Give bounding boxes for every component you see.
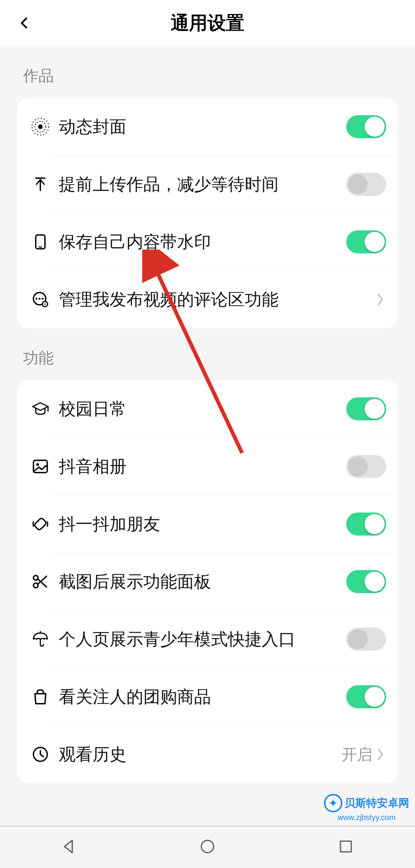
- svg-point-11: [37, 463, 39, 466]
- page-title: 通用设置: [171, 11, 244, 35]
- upload-icon: [31, 175, 50, 193]
- watermark: ✦ 贝斯特安卓网 www.zjbstyy.com: [324, 794, 409, 822]
- svg-rect-18: [340, 841, 351, 852]
- row-group-buy[interactable]: 看关注人的团购商品: [17, 668, 398, 726]
- row-label: 动态封面: [52, 116, 346, 137]
- toggle-preupload[interactable]: [346, 173, 386, 196]
- svg-point-17: [201, 840, 214, 853]
- svg-point-6: [39, 298, 41, 300]
- row-dynamic-cover[interactable]: 动态封面: [17, 98, 398, 155]
- section-label-features: 功能: [0, 328, 415, 380]
- comment-settings-icon: [31, 290, 50, 309]
- graduation-cap-icon: [31, 400, 50, 418]
- umbrella-icon: [31, 630, 50, 648]
- toggle-campus[interactable]: [346, 397, 386, 420]
- row-watch-history[interactable]: 观看历史 开启: [17, 726, 398, 783]
- watermark-logo-icon: ✦: [324, 794, 342, 812]
- row-label: 抖一抖加朋友: [52, 513, 346, 535]
- toggle-group-buy[interactable]: [346, 685, 386, 708]
- toggle-shake[interactable]: [346, 513, 386, 536]
- card-works: 动态封面 提前上传作品，减少等待时间 保存自己内容带水印 管理我发布视频的评论区…: [17, 98, 398, 328]
- back-icon: [18, 16, 32, 30]
- svg-point-9: [44, 303, 46, 305]
- row-label: 截图后展示功能面板: [52, 570, 346, 592]
- row-campus[interactable]: 校园日常: [17, 380, 398, 438]
- row-preupload[interactable]: 提前上传作品，减少等待时间: [17, 155, 398, 213]
- back-button[interactable]: [15, 14, 34, 32]
- row-label: 保存自己内容带水印: [52, 231, 346, 253]
- row-watermark[interactable]: 保存自己内容带水印: [17, 213, 398, 271]
- row-label: 抖音相册: [52, 455, 346, 477]
- svg-point-5: [36, 298, 38, 300]
- svg-point-0: [38, 124, 43, 129]
- svg-point-7: [42, 298, 44, 300]
- chevron-right-icon: [377, 292, 386, 307]
- row-album[interactable]: 抖音相册: [17, 438, 398, 495]
- row-shake[interactable]: 抖一抖加朋友: [17, 495, 398, 553]
- image-icon: [31, 457, 50, 476]
- toggle-screenshot[interactable]: [346, 570, 386, 593]
- nav-recent-button[interactable]: [337, 838, 354, 856]
- shake-icon: [31, 515, 50, 533]
- toggle-watermark[interactable]: [346, 230, 386, 253]
- row-label: 管理我发布视频的评论区功能: [52, 288, 372, 310]
- toggle-album[interactable]: [346, 455, 386, 478]
- row-screenshot-panel[interactable]: 截图后展示功能面板: [17, 553, 398, 610]
- toggle-teen-mode[interactable]: [346, 628, 386, 651]
- row-value: 开启: [342, 744, 372, 765]
- row-label: 看关注人的团购商品: [52, 686, 346, 708]
- watermark-name: 贝斯特安卓网: [345, 796, 409, 810]
- svg-rect-3: [36, 235, 45, 249]
- phone-icon: [31, 233, 50, 251]
- toggle-dynamic-cover[interactable]: [346, 115, 386, 138]
- clock-icon: [31, 745, 50, 764]
- row-teen-mode[interactable]: 个人页展示青少年模式快捷入口: [17, 610, 398, 668]
- svg-rect-12: [34, 517, 47, 531]
- row-comment-management[interactable]: 管理我发布视频的评论区功能: [17, 271, 398, 328]
- header: 通用设置: [0, 0, 415, 46]
- nav-home-button[interactable]: [199, 838, 216, 856]
- row-label: 个人页展示青少年模式快捷入口: [52, 628, 346, 650]
- section-label-works: 作品: [0, 46, 415, 98]
- row-label: 提前上传作品，减少等待时间: [52, 173, 346, 195]
- scissors-icon: [31, 572, 50, 591]
- card-features: 校园日常 抖音相册 抖一抖加朋友 截图后展示功能面板 个人页展示青少年模式快捷入…: [17, 380, 398, 783]
- target-icon: [31, 117, 50, 136]
- row-label: 校园日常: [52, 398, 346, 420]
- system-navbar: [0, 826, 415, 868]
- chevron-right-icon: [377, 747, 386, 762]
- watermark-url: www.zjbstyy.com: [338, 813, 396, 822]
- nav-back-button[interactable]: [61, 838, 78, 856]
- row-label: 观看历史: [52, 743, 342, 765]
- shopping-bag-icon: [31, 688, 50, 706]
